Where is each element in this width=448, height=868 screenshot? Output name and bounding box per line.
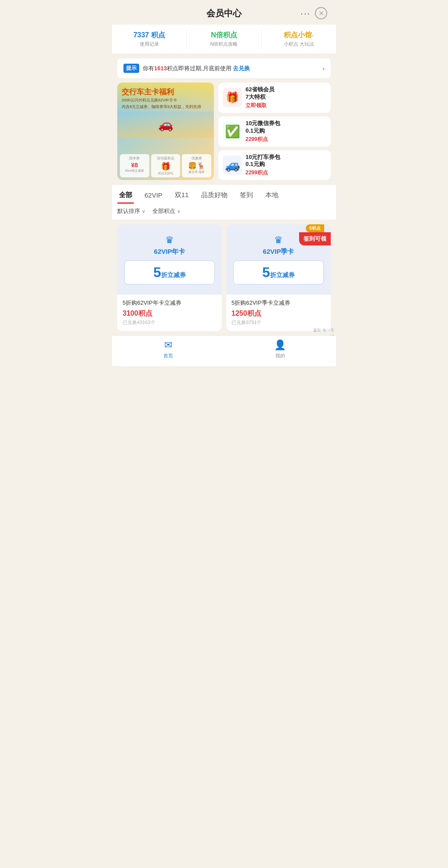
banner-card-sub-0: ¥2x4张立减券 <box>121 169 148 173</box>
banner-card-sub-1: 积点兑好礼 <box>152 171 179 176</box>
stats-label-shop: 小积点 大玩法 <box>284 41 314 47</box>
product-redeemed-0: 已兑换43163个 <box>123 319 217 326</box>
product-card-0[interactable]: ♛ 62VIP年卡 5折立减券 5折购62VIP年卡立减券 3100积点 已兑换… <box>117 224 222 331</box>
banner-sub2: 内含8元立减券、咖啡券等9大权益，先到先得 <box>122 104 210 110</box>
banner-card-value-0: ¥8 <box>121 162 148 169</box>
promo-info-2: 10元打车券包0.1元购 2299积点 <box>246 154 326 177</box>
promo-icon-0: 🎁 <box>223 88 242 107</box>
product-img-0: ♛ 62VIP年卡 5折立减券 <box>117 224 222 295</box>
product-redeemed-1: 已兑换9791个 <box>231 319 325 326</box>
promo-points-2: 2299积点 <box>246 169 326 176</box>
product-voucher-text-1: 折立减券 <box>270 271 295 278</box>
promo-title-2: 10元打车券包0.1元购 <box>246 154 326 169</box>
banner-footer: 回本券 ¥8 ¥2x4张立减券 活动返积点 🎁 积点兑好礼 优惠券 🍔🦌 麦当劳… <box>117 151 214 180</box>
banner-car-decoration: 🚗 <box>158 117 173 132</box>
filter-points-arrow-icon: ∨ <box>177 209 181 214</box>
filter-sort-arrow-icon: ∨ <box>142 209 145 214</box>
profile-icon: 👤 <box>274 339 286 351</box>
banner-left[interactable]: 交行车主卡福利 2000云闪付积点兑换62VIP月卡 内含8元立减券、咖啡券等9… <box>117 83 214 180</box>
promo-icon-2: 🚙 <box>223 155 242 175</box>
stats-item-multiplier[interactable]: N倍积点 N倍积点攻略 <box>187 29 261 49</box>
stats-num-multiplier: N倍积点 <box>211 31 237 40</box>
banner-subtitle: 2000云闪付积点兑换62VIP月卡 <box>122 97 210 103</box>
nav-item-home[interactable]: ✉ 首页 <box>112 339 224 359</box>
product-voucher-1: 5折立减券 <box>233 260 324 285</box>
notice-link[interactable]: 去兑换 <box>233 65 250 72</box>
product-info-1: 5折购62VIP季卡立减券 1250积点 已兑换9791个 <box>226 295 331 331</box>
stats-item-shop[interactable]: 积点小馆 › 小积点 大玩法 <box>262 29 336 49</box>
tab-quality[interactable]: 品质好物 <box>199 185 229 204</box>
banner-card-2: 优惠券 🍔🦌 麦当劳·瑞幸 <box>182 154 211 177</box>
product-img-1: ♛ 62VIP季卡 5折立减券 6积点 签到可领 <box>226 224 331 295</box>
promo-card-2[interactable]: 🚙 10元打车券包0.1元购 2299积点 <box>218 150 331 180</box>
filter-sort-label: 默认排序 <box>117 207 140 215</box>
filter-points-label: 全部积点 <box>152 207 175 215</box>
close-button[interactable]: ✕ <box>315 7 327 19</box>
stats-bar: 7337 积点 使用记录 N倍积点 N倍积点攻略 积点小馆 › 小积点 大玩法 <box>112 25 336 54</box>
promo-icon-emoji-1: ✅ <box>225 124 240 139</box>
nav-item-profile[interactable]: 👤 我的 <box>224 339 336 359</box>
banner-card-0: 回本券 ¥8 ¥2x4张立减券 <box>120 154 149 177</box>
home-icon: ✉ <box>164 339 172 351</box>
product-desc-1: 5折购62VIP季卡立减券 <box>231 299 325 307</box>
promo-icon-emoji-2: 🚙 <box>225 158 240 172</box>
promo-icon-emoji-0: 🎁 <box>226 91 239 104</box>
stats-item-usage[interactable]: 7337 积点 使用记录 <box>112 29 187 49</box>
page-title: 会员中心 <box>147 7 300 19</box>
product-name-0: 62VIP年卡 <box>154 248 185 256</box>
more-button[interactable]: ··· <box>300 8 311 18</box>
category-tabs: 全部 62VIP 双11 品质好物 签到 本地 <box>112 184 336 204</box>
product-info-0: 5折购62VIP年卡立减券 3100积点 已兑换43163个 <box>117 295 222 331</box>
stats-num-usage: 7337 积点 <box>134 31 165 40</box>
stats-num-shop: 积点小馆 <box>284 31 312 40</box>
banner-card-sub-2: 麦当劳·瑞幸 <box>183 170 210 174</box>
stats-label-usage: 使用记录 <box>140 41 159 47</box>
product-voucher-num-0: 5 <box>153 264 161 280</box>
notice-bar[interactable]: 提示 你有1613积点即将过期,月底前使用 去兑换 › <box>117 58 331 78</box>
product-voucher-num-1: 5 <box>262 264 270 280</box>
stats-label-multiplier: N倍积点攻略 <box>210 41 238 47</box>
product-voucher-0: 5折立减券 <box>124 260 215 285</box>
notice-chevron-icon: › <box>322 65 325 72</box>
promo-info-1: 10元微信券包0.1元购 2299积点 <box>246 120 326 143</box>
banner-area: 交行车主卡福利 2000云闪付积点兑换62VIP月卡 内含8元立减券、咖啡券等9… <box>117 83 331 180</box>
promo-card-0[interactable]: 🎁 62省钱会员7大特权 立即领取 <box>218 83 331 113</box>
product-name-1: 62VIP季卡 <box>263 248 294 256</box>
promo-action-0: 立即领取 <box>246 102 326 109</box>
banner-right: 🎁 62省钱会员7大特权 立即领取 ✅ 10元微信券包0.1元购 2299积点 … <box>218 83 331 180</box>
notice-highlight: 1613 <box>154 65 167 72</box>
badge-points: 6积点 <box>306 224 324 232</box>
product-price-1: 1250积点 <box>231 309 325 318</box>
filter-points[interactable]: 全部积点 ∨ <box>152 207 181 215</box>
promo-title-1: 10元微信券包0.1元购 <box>246 120 326 135</box>
product-crown-0: ♛ <box>165 234 174 246</box>
badge-checkin-btn[interactable]: 签到可领 <box>299 232 331 245</box>
notice-tag: 提示 <box>123 64 139 73</box>
banner-card-label-2: 优惠券 <box>183 156 210 161</box>
promo-card-1[interactable]: ✅ 10元微信券包0.1元购 2299积点 <box>218 116 331 147</box>
banner-card-1: 活动返积点 🎁 积点兑好礼 <box>151 154 181 177</box>
filter-sort[interactable]: 默认排序 ∨ <box>117 207 145 215</box>
banner-title-area: 交行车主卡福利 2000云闪付积点兑换62VIP月卡 内含8元立减券、咖啡券等9… <box>117 83 214 112</box>
badge-checkin: 6积点 签到可领 <box>299 224 331 245</box>
nav-label-home: 首页 <box>163 353 173 359</box>
banner-num-0: 8 <box>134 162 138 169</box>
product-price-0: 3100积点 <box>123 309 217 318</box>
banner-main-title: 交行车主卡福利 <box>122 88 210 97</box>
tab-double11[interactable]: 双11 <box>173 185 191 204</box>
filter-bar: 默认排序 ∨ 全部积点 ∨ <box>112 204 336 220</box>
promo-points-1: 2299积点 <box>246 136 326 143</box>
products-grid: ♛ 62VIP年卡 5折立减券 5折购62VIP年卡立减券 3100积点 已兑换… <box>112 220 336 335</box>
bottom-nav: ✉ 首页 👤 我的 <box>112 335 336 366</box>
nav-label-profile: 我的 <box>275 353 285 359</box>
tab-checkin[interactable]: 签到 <box>238 185 255 204</box>
product-desc-0: 5折购62VIP年卡立减券 <box>123 299 217 307</box>
product-crown-1: ♛ <box>274 234 283 246</box>
promo-title-0: 62省钱会员7大特权 <box>246 86 326 101</box>
tab-all[interactable]: 全部 <box>117 185 134 204</box>
tab-local[interactable]: 本地 <box>264 185 280 204</box>
promo-icon-1: ✅ <box>223 122 242 141</box>
product-card-1[interactable]: ♛ 62VIP季卡 5折立减券 6积点 签到可领 5折购62VIP季卡立减券 1… <box>226 224 331 331</box>
product-voucher-text-0: 折立减券 <box>161 271 186 278</box>
tab-62vip[interactable]: 62VIP <box>143 185 164 203</box>
